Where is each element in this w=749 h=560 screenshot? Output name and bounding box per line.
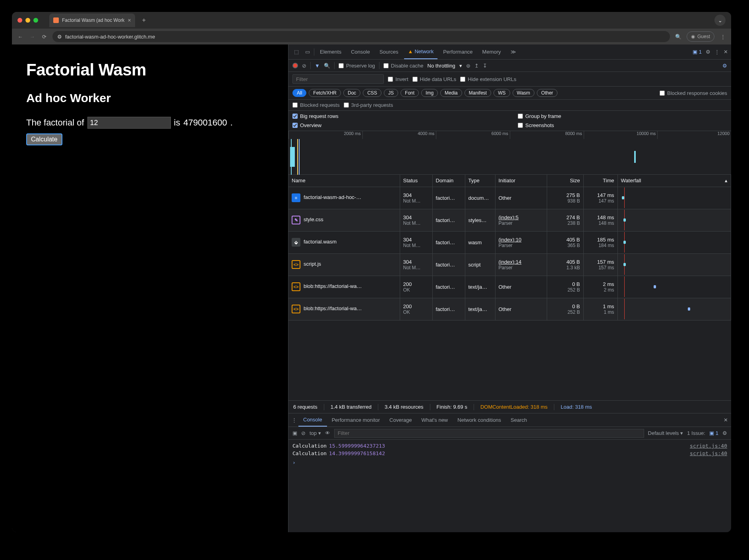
throttling-select[interactable]: No throttling ▾ [428,63,463,69]
network-settings-icon[interactable]: ⚙ [722,63,727,69]
minimize-window-button[interactable] [25,18,30,23]
settings-icon[interactable]: ⚙ [706,49,710,55]
live-expression-icon[interactable]: 👁 [325,430,330,436]
tab-performance[interactable]: Performance [439,44,476,59]
type-pill-manifest[interactable]: Manifest [464,89,491,97]
tabs-dropdown-button[interactable]: ⌄ [714,15,726,26]
drawer-tab-console[interactable]: Console [298,413,327,427]
tab-console[interactable]: Console [347,44,374,59]
tab-network[interactable]: ▲Network [404,44,438,59]
console-filter-input[interactable] [334,429,644,438]
request-row[interactable]: <>blob:https://factorial-wa… 200OK facto… [288,298,731,320]
big-rows-checkbox[interactable]: Big request rows [292,113,502,119]
url-field[interactable]: ⚙ factorial-wasm-ad-hoc-worker.glitch.me [52,31,670,42]
record-button[interactable] [292,63,298,68]
tab-memory[interactable]: Memory [478,44,505,59]
type-pill-ws[interactable]: WS [494,89,510,97]
search-icon[interactable]: 🔍 [324,63,330,69]
inspect-icon[interactable]: ⬚ [292,49,301,55]
type-pill-css[interactable]: CSS [363,89,381,97]
new-tab-button[interactable]: + [142,17,146,24]
tabs-overflow[interactable]: ≫ [507,44,520,59]
drawer-tab-network-conditions[interactable]: Network conditions [453,413,506,427]
hide-data-urls-checkbox[interactable]: Hide data URLs [412,76,457,82]
blocked-requests-checkbox[interactable]: Blocked requests [292,102,340,108]
clear-button[interactable]: ⊘ [302,63,306,69]
blocked-cookies-checkbox[interactable]: Blocked response cookies [660,90,727,96]
column-initiator[interactable]: Initiator [495,175,547,187]
third-party-checkbox[interactable]: 3rd-party requests [344,102,393,108]
device-icon[interactable]: ▭ [303,49,312,55]
close-window-button[interactable] [17,18,22,23]
type-pill-js[interactable]: JS [384,89,398,97]
forward-button[interactable]: → [29,33,36,40]
console-prompt[interactable]: › [292,457,727,465]
drawer-tab-coverage[interactable]: Coverage [385,413,416,427]
address-bar: ← → ⟳ ⚙ factorial-wasm-ad-hoc-worker.gli… [12,29,731,44]
close-tab-button[interactable]: × [128,17,131,23]
disable-cache-checkbox[interactable]: Disable cache [383,63,424,69]
screenshots-checkbox[interactable]: Screenshots [518,122,727,128]
drawer-tab-what's-new[interactable]: What's new [416,413,453,427]
download-icon[interactable]: ↧ [483,63,487,69]
upload-icon[interactable]: ↥ [474,63,479,69]
source-link[interactable]: script.js:40 [690,450,727,456]
column-type[interactable]: Type [465,175,495,187]
calculate-button[interactable]: Calculate [26,133,62,145]
reload-button[interactable]: ⟳ [41,33,48,40]
column-size[interactable]: Size [547,175,583,187]
type-pill-doc[interactable]: Doc [343,89,360,97]
request-row[interactable]: ✎style.css 304Not M… factori… styles… (i… [288,209,731,231]
column-status[interactable]: Status [400,175,432,187]
network-timeline[interactable]: 2000 ms4000 ms6000 ms8000 ms10000 ms1200… [288,131,731,175]
profile-guest-button[interactable]: ◉ Guest [687,31,714,42]
sidebar-toggle-icon[interactable]: ▣ [292,430,297,436]
menu-button[interactable]: ⋮ [719,33,726,40]
browser-window: Factorial Wasm (ad hoc Work × + ⌄ ← → ⟳ … [12,12,731,532]
close-drawer-button[interactable]: ✕ [724,417,728,423]
type-pill-fetchxhr[interactable]: Fetch/XHR [309,89,341,97]
type-pill-img[interactable]: Img [421,89,438,97]
type-pill-font[interactable]: Font [401,89,419,97]
drawer-tab-search[interactable]: Search [506,413,532,427]
network-filter-input[interactable] [292,74,384,84]
wifi-icon[interactable]: ⊚ [466,63,470,69]
maximize-window-button[interactable] [33,18,38,23]
tab-elements[interactable]: Elements [316,44,345,59]
column-time[interactable]: Time [583,175,617,187]
request-row[interactable]: ≡factorial-wasm-ad-hoc-… 304Not M… facto… [288,187,731,209]
console-settings-icon[interactable]: ⚙ [722,430,727,436]
request-row[interactable]: <>script.js 304Not M… factori… script (i… [288,253,731,276]
hide-extension-urls-checkbox[interactable]: Hide extension URLs [460,76,516,82]
more-icon[interactable]: ⋮ [714,49,720,55]
overview-checkbox[interactable]: Overview [292,122,502,128]
column-waterfall[interactable]: Waterfall▴ [617,175,731,187]
clear-console-button[interactable]: ⊘ [301,430,306,436]
context-select[interactable]: top ▾ [310,430,321,436]
source-link[interactable]: script.js:40 [690,443,727,449]
group-frame-checkbox[interactable]: Group by frame [518,113,727,119]
request-row[interactable]: ⬙factorial.wasm 304Not M… factori… wasm … [288,231,731,253]
type-pill-all[interactable]: All [292,89,306,97]
request-row[interactable]: <>blob:https://factorial-wa… 200OK facto… [288,276,731,298]
drawer-tab-performance-monitor[interactable]: Performance monitor [327,413,385,427]
column-domain[interactable]: Domain [432,175,465,187]
type-pill-other[interactable]: Other [537,89,557,97]
issues-badge[interactable]: ▣ 1 [693,49,702,55]
factorial-input[interactable] [87,117,171,129]
levels-select[interactable]: Default levels ▾ [648,430,683,436]
invert-checkbox[interactable]: Invert [388,76,408,82]
console-issue-badge[interactable]: ▣ 1 [709,430,718,436]
preserve-log-checkbox[interactable]: Preserve log [339,63,375,69]
type-pill-media[interactable]: Media [440,89,462,97]
filter-icon[interactable]: ▼ [315,63,320,69]
column-name[interactable]: Name [288,175,400,187]
type-pill-wasm[interactable]: Wasm [513,89,535,97]
zoom-icon[interactable]: 🔍 [675,33,682,40]
drawer-menu-icon[interactable]: ⋮ [292,417,297,423]
site-settings-icon[interactable]: ⚙ [57,34,62,40]
back-button[interactable]: ← [17,33,24,40]
close-devtools-button[interactable]: ✕ [724,49,728,55]
tab-sources[interactable]: Sources [375,44,403,59]
browser-tab[interactable]: Factorial Wasm (ad hoc Work × [49,14,135,27]
